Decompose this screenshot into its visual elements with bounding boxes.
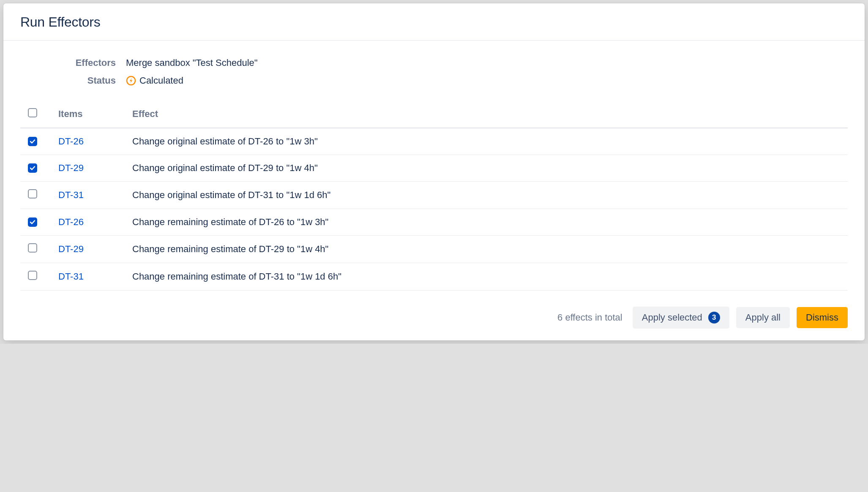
item-link[interactable]: DT-29 <box>58 163 84 173</box>
row-checkbox[interactable] <box>28 137 37 146</box>
effects-tbody: DT-26Change original estimate of DT-26 t… <box>20 128 848 291</box>
table-row: DT-26Change remaining estimate of DT-26 … <box>20 209 848 236</box>
status-label: Status <box>20 75 126 86</box>
apply-all-button[interactable]: Apply all <box>736 307 790 328</box>
row-checkbox[interactable] <box>28 243 37 253</box>
table-row: DT-29Change remaining estimate of DT-29 … <box>20 236 848 263</box>
effect-text: Change original estimate of DT-31 to "1w… <box>132 190 330 200</box>
effectors-label: Effectors <box>20 57 126 68</box>
effect-text: Change remaining estimate of DT-29 to "1… <box>132 244 328 254</box>
row-checkbox[interactable] <box>28 217 37 227</box>
row-checkbox[interactable] <box>28 163 37 173</box>
effect-text: Change original estimate of DT-29 to "1w… <box>132 163 318 173</box>
dialog-title: Run Effectors <box>20 14 848 30</box>
dialog-body: Effectors Merge sandbox "Test Schedule" … <box>3 41 865 295</box>
dialog-footer: 6 effects in total Apply selected 3 Appl… <box>3 295 865 340</box>
effect-text: Change original estimate of DT-26 to "1w… <box>132 136 318 147</box>
table-row: DT-26Change original estimate of DT-26 t… <box>20 128 848 155</box>
status-value: Calculated <box>126 75 183 86</box>
status-row: Status Calculated <box>20 75 848 86</box>
effects-summary: 6 effects in total <box>557 312 622 323</box>
select-all-checkbox[interactable] <box>28 108 37 117</box>
item-link[interactable]: DT-29 <box>58 244 84 254</box>
run-effectors-dialog: Run Effectors Effectors Merge sandbox "T… <box>3 3 865 340</box>
table-row: DT-31Change remaining estimate of DT-31 … <box>20 263 848 291</box>
item-link[interactable]: DT-31 <box>58 190 84 200</box>
item-link[interactable]: DT-31 <box>58 271 84 282</box>
table-row: DT-29Change original estimate of DT-29 t… <box>20 155 848 182</box>
apply-selected-button[interactable]: Apply selected 3 <box>633 307 729 329</box>
dialog-header: Run Effectors <box>3 3 865 41</box>
effect-text: Change remaining estimate of DT-31 to "1… <box>132 271 341 282</box>
row-checkbox[interactable] <box>28 189 37 198</box>
calculated-icon <box>126 76 136 86</box>
effectors-value: Merge sandbox "Test Schedule" <box>126 57 258 68</box>
effects-table: Items Effect DT-26Change original estima… <box>20 102 848 291</box>
status-text: Calculated <box>139 75 183 86</box>
item-link[interactable]: DT-26 <box>58 217 84 227</box>
apply-selected-label: Apply selected <box>642 312 702 323</box>
effectors-row: Effectors Merge sandbox "Test Schedule" <box>20 57 848 68</box>
header-effect: Effect <box>132 102 848 128</box>
selected-count-badge: 3 <box>708 312 720 323</box>
effect-text: Change remaining estimate of DT-26 to "1… <box>132 217 328 227</box>
header-items: Items <box>58 102 132 128</box>
dismiss-button[interactable]: Dismiss <box>797 307 848 328</box>
item-link[interactable]: DT-26 <box>58 136 84 147</box>
row-checkbox[interactable] <box>28 271 37 280</box>
header-checkbox-cell <box>20 102 58 128</box>
table-row: DT-31Change original estimate of DT-31 t… <box>20 182 848 209</box>
